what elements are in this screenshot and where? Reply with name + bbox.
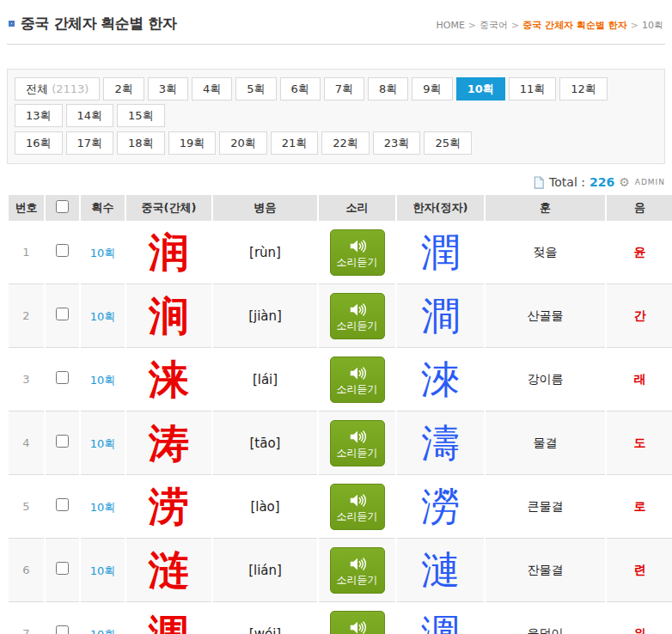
stroke-count-link[interactable]: 10획	[90, 564, 116, 577]
filter-button-15[interactable]: 15획	[117, 104, 165, 127]
filter-button-8[interactable]: 8획	[368, 77, 408, 101]
filter-button-7[interactable]: 7획	[324, 77, 364, 101]
pinyin: [tāo]	[213, 411, 317, 475]
korean-meaning: 큰물결	[486, 475, 605, 539]
table-row: 3 10획 涞 [lái] 소리듣기 淶 강이름 래	[9, 348, 672, 411]
row-strokes-cell: 10획	[81, 475, 125, 539]
row-strokes-cell: 10획	[81, 348, 125, 411]
page: 중국 간체자 획순별 한자 HOME>중국어>중국 간체자 획순별 한자>10획…	[0, 0, 672, 634]
play-sound-button[interactable]: 소리듣기	[330, 357, 385, 403]
korean-reading: 래	[607, 348, 672, 411]
filter-button-14[interactable]: 14획	[66, 104, 114, 127]
traditional-character: 濤	[397, 411, 484, 475]
header-no: 번호	[9, 195, 44, 221]
korean-reading: 윤	[607, 221, 672, 284]
simplified-character: 涝	[126, 475, 211, 539]
filter-button-11[interactable]: 11획	[509, 77, 557, 101]
filter-button-13[interactable]: 13획	[15, 104, 63, 127]
play-sound-button[interactable]: 소리듣기	[330, 611, 385, 634]
play-sound-button[interactable]: 소리듣기	[330, 293, 385, 339]
breadcrumb-separator: >	[468, 20, 476, 31]
row-checkbox[interactable]	[56, 308, 69, 320]
traditional-character: 澇	[397, 475, 484, 539]
table-row: 5 10획 涝 [lào] 소리듣기 澇 큰물결 로	[9, 475, 672, 539]
total-label: Total :	[549, 175, 585, 189]
play-sound-button[interactable]: 소리듣기	[330, 484, 385, 530]
filter-button-25[interactable]: 25획	[424, 131, 472, 155]
stroke-count-link[interactable]: 10획	[90, 310, 116, 323]
play-sound-button[interactable]: 소리듣기	[330, 420, 385, 466]
breadcrumb-level3[interactable]: 10획	[642, 20, 663, 31]
filter-button-4[interactable]: 4획	[192, 77, 232, 101]
filter-button-21[interactable]: 21획	[271, 131, 319, 155]
page-title: 중국 간체자 획순별 한자	[21, 14, 176, 34]
table-row: 7 10획 涠 [wéi] 소리듣기 潿 웅덩이 위	[9, 602, 672, 634]
filter-button-2[interactable]: 2획	[103, 77, 144, 101]
row-number: 2	[9, 284, 44, 348]
row-checkbox-cell	[46, 475, 79, 539]
stroke-count-link[interactable]: 10획	[90, 374, 116, 387]
pinyin: [jiàn]	[213, 284, 317, 348]
korean-meaning: 젖을	[486, 221, 605, 284]
stroke-count-link[interactable]: 10획	[90, 437, 116, 450]
korean-reading: 련	[607, 539, 672, 602]
row-number: 3	[9, 348, 44, 411]
filter-button-9[interactable]: 9획	[412, 77, 452, 101]
filter-button-23[interactable]: 23획	[373, 131, 421, 155]
filter-button-19[interactable]: 19획	[168, 131, 217, 155]
row-number: 1	[9, 221, 44, 284]
play-sound-button[interactable]: 소리듣기	[330, 547, 385, 594]
sound-button-label: 소리듣기	[337, 257, 378, 267]
filter-button-17[interactable]: 17획	[66, 131, 114, 155]
korean-reading: 위	[607, 602, 672, 634]
admin-link[interactable]: ADMIN	[635, 178, 665, 186]
traditional-character: 潤	[397, 221, 484, 284]
filter-button-5[interactable]: 5획	[235, 77, 276, 101]
breadcrumb-current[interactable]: 중국 간체자 획순별 한자	[522, 20, 627, 31]
filter-button-12[interactable]: 12획	[559, 77, 608, 101]
filter-button-3[interactable]: 3획	[148, 77, 188, 101]
filter-button-22[interactable]: 22획	[321, 131, 370, 155]
row-checkbox-cell	[46, 411, 79, 475]
row-checkbox[interactable]	[56, 371, 69, 384]
traditional-character: 漣	[397, 539, 484, 602]
traditional-character: 澗	[397, 284, 484, 348]
korean-reading: 간	[607, 284, 672, 348]
simplified-character: 涧	[126, 284, 211, 348]
stroke-count-link[interactable]: 10획	[90, 247, 116, 259]
row-checkbox-cell	[46, 221, 79, 284]
header-strokes: 획수	[81, 195, 125, 221]
table-header: 번호 획수 중국(간체) 병음 소리 한자(정자) 훈 음	[9, 195, 672, 221]
row-checkbox[interactable]	[56, 625, 69, 634]
filter-button-20[interactable]: 20획	[219, 131, 267, 155]
select-all-checkbox[interactable]	[56, 200, 69, 213]
filter-button-16[interactable]: 16획	[15, 131, 63, 155]
sound-button-label: 소리듣기	[337, 448, 378, 458]
filter-button-6[interactable]: 6획	[280, 77, 321, 101]
filter-button-18[interactable]: 18획	[117, 131, 165, 155]
stroke-count-link[interactable]: 10획	[90, 501, 116, 514]
speaker-icon	[348, 429, 367, 445]
simplified-character: 涞	[126, 348, 211, 411]
stroke-count-link[interactable]: 10획	[90, 628, 116, 634]
gear-icon[interactable]: ⚙	[619, 176, 630, 188]
row-checkbox[interactable]	[56, 498, 69, 511]
speaker-icon	[348, 492, 367, 509]
speaker-icon	[348, 365, 367, 381]
pinyin: [rùn]	[213, 221, 317, 284]
header-sound: 소리	[319, 195, 395, 221]
row-checkbox[interactable]	[56, 244, 69, 257]
play-sound-button[interactable]: 소리듣기	[330, 229, 385, 276]
row-checkbox[interactable]	[56, 435, 69, 448]
filter-button-10-selected[interactable]: 10획	[456, 77, 505, 101]
filter-all-label: 전체	[26, 82, 48, 95]
row-checkbox[interactable]	[56, 562, 69, 575]
breadcrumb-separator: >	[511, 20, 519, 31]
breadcrumb-level1[interactable]: 중국어	[480, 20, 508, 31]
breadcrumb-home[interactable]: HOME	[436, 20, 464, 31]
row-strokes-cell: 10획	[81, 602, 125, 634]
sound-button-label: 소리듣기	[337, 511, 378, 521]
simplified-character: 涠	[126, 602, 211, 634]
filter-button-all[interactable]: 전체 (2113)	[15, 77, 100, 101]
table-row: 1 10획 润 [rùn] 소리듣기 潤 젖을 윤	[9, 221, 672, 284]
